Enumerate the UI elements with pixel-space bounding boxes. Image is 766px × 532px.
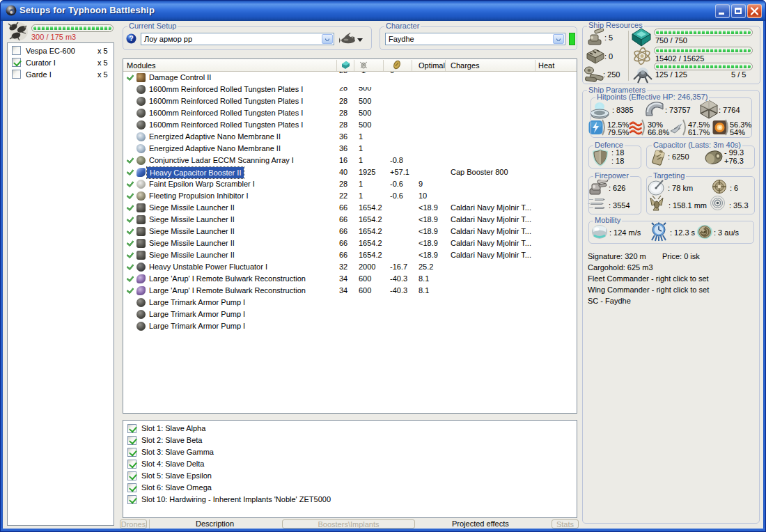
svg-text:?: ? xyxy=(129,35,133,42)
